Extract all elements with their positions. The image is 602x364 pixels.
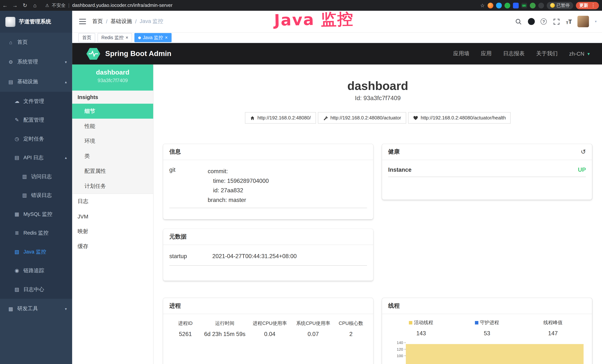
threads-legend: 活动线程 守护进程 线程峰值 143 53 147 <box>388 319 586 336</box>
y-axis: 140 120 100 <box>388 341 406 361</box>
sidebar-item-dev-tools[interactable]: ▩ 研发工具 ▾ <box>0 299 72 319</box>
annotation-java-monitor: Java 监控 <box>274 9 354 31</box>
sidebar-item-infrastructure[interactable]: ▤ 基础设施 ▴ <box>0 72 72 92</box>
metadata-card-title: 元数据 <box>169 233 186 240</box>
sidebar-item-error-log[interactable]: ▥ 错误日志 <box>0 186 72 204</box>
extension-grid-icon[interactable] <box>513 2 519 8</box>
info-card: 信息 git commit: time: 1596289704000 id: 2… <box>163 144 373 219</box>
breadcrumb-home[interactable]: 首页 <box>92 18 103 25</box>
sidebar-item-label: 错误日志 <box>31 192 52 199</box>
sidebar-item-log-center[interactable]: ▨ 日志中心 <box>0 280 72 299</box>
close-icon[interactable]: × <box>165 35 168 40</box>
paused-label: 已暂停 <box>557 2 570 8</box>
sidebar-item-api-log[interactable]: ▤ API 日志 ▴ <box>0 148 72 167</box>
sidebar-item-scheduled-tasks[interactable]: ◷ 定时任务 <box>0 129 72 148</box>
health-url-link[interactable]: http://192.168.0.2:48080/actuator/health <box>408 112 511 124</box>
forward-icon[interactable]: → <box>10 2 20 8</box>
sba-item-metrics[interactable]: 性能 <box>72 119 153 134</box>
document-icon: ▤ <box>14 155 20 161</box>
sidebar-item-mysql-monitor[interactable]: ▦ MySQL 监控 <box>0 205 72 224</box>
sba-header: Spring Boot Admin 应用墙 应用 日志报表 关于我们 zh-CN… <box>72 43 602 64</box>
chevron-down-icon: ▾ <box>65 60 67 64</box>
screenshot-root: ← → ↻ ⌂ ⚠ 不安全 | dashboard.yudao.iocoder.… <box>0 0 602 364</box>
help-icon[interactable]: ? <box>541 18 547 24</box>
sidebar-item-file-management[interactable]: ☁ 文件管理 <box>0 92 72 110</box>
extension-drop-icon[interactable] <box>496 2 502 8</box>
process-card-title: 进程 <box>169 302 181 310</box>
header-actions: ? TT ▾ <box>515 16 597 27</box>
extension-fox-icon[interactable] <box>487 2 493 8</box>
process-table: 进程ID 运行时间 进程CPU使用率 系统CPU使用率 CPU核心数 5261 … <box>169 320 367 337</box>
document-icon: ▥ <box>22 173 28 179</box>
history-icon[interactable]: ↺ <box>581 148 586 155</box>
update-button[interactable]: 更新 ⋮ <box>576 2 599 9</box>
sidebar-item-config-management[interactable]: ✎ 配置管理 <box>0 110 72 129</box>
sba-nav-wallboard[interactable]: 应用墙 <box>453 50 469 57</box>
close-icon[interactable]: × <box>126 35 128 40</box>
service-url-link[interactable]: http://192.168.0.2:48080/ <box>245 112 316 124</box>
sidebar-item-label: 文件管理 <box>23 98 44 105</box>
info-value: commit: time: 1596289704000 id: 27aa832 … <box>208 166 269 205</box>
browser-chrome: ← → ↻ ⌂ ⚠ 不安全 | dashboard.yudao.iocoder.… <box>0 0 602 11</box>
wrench-icon <box>323 115 328 120</box>
search-icon[interactable] <box>515 18 522 25</box>
user-avatar[interactable] <box>578 16 589 27</box>
bookmark-star-icon[interactable]: ☆ <box>480 2 485 8</box>
extension-green-icon[interactable] <box>504 2 510 8</box>
edit-icon: ✎ <box>14 117 20 123</box>
live-threads-area <box>406 344 584 364</box>
threads-card-title: 线程 <box>388 302 400 310</box>
sba-item-details[interactable]: 细节 <box>72 104 153 119</box>
sidebar-item-system[interactable]: ⚙ 系统管理 ▾ <box>0 52 72 72</box>
chrome-menu-icon[interactable]: ⋮ <box>591 3 595 8</box>
home-chrome-icon[interactable]: ⌂ <box>30 2 40 8</box>
sba-nav: 应用墙 应用 日志报表 关于我们 zh-CN ▼ <box>453 50 590 57</box>
extension-dark-icon[interactable] <box>538 2 544 8</box>
language-selector[interactable]: zh-CN ▼ <box>569 51 591 57</box>
sidebar-item-redis-monitor[interactable]: ≣ Redis 监控 <box>0 224 72 242</box>
infrastructure-icon: ▤ <box>8 79 14 85</box>
system-cpu: 0.07 <box>291 331 335 337</box>
fullscreen-icon[interactable] <box>552 18 560 25</box>
instance-links: http://192.168.0.2:48080/ http://192.168… <box>153 112 602 124</box>
app-logo[interactable]: 芋道管理系统 <box>0 11 72 33</box>
tab-java-monitor[interactable]: Java 监控 × <box>134 33 172 42</box>
sba-item-logs[interactable]: 日志 <box>72 194 153 209</box>
collapse-sidebar-icon[interactable] <box>79 19 86 24</box>
sba-item-environment[interactable]: 环境 <box>72 134 153 149</box>
sidebar-item-label: 研发工具 <box>17 305 38 312</box>
tab-home[interactable]: 首页 <box>78 33 95 42</box>
avatar-caret-icon[interactable]: ▾ <box>595 20 597 23</box>
live-threads-value: 143 <box>388 330 454 336</box>
chrome-toolbar-right: ☆ on 已暂停 更新 ⋮ <box>480 0 599 11</box>
sidebar-item-label: 链路追踪 <box>23 267 44 274</box>
sba-nav-journal[interactable]: 日志报表 <box>503 50 525 57</box>
sba-item-classes[interactable]: 类 <box>72 149 153 163</box>
sidebar-item-access-log[interactable]: ▥ 访问日志 <box>0 167 72 186</box>
actuator-url-link[interactable]: http://192.168.0.2:48080/actuator <box>318 112 406 124</box>
address-bar[interactable]: ⚠ 不安全 | dashboard.yudao.iocoder.cn/infra… <box>45 2 172 9</box>
extension-leaf-icon[interactable] <box>530 2 536 8</box>
font-size-icon[interactable]: TT <box>566 18 572 25</box>
sba-item-config-props[interactable]: 配置属性 <box>72 163 153 179</box>
sidebar-item-home[interactable]: ⌂ 首页 <box>0 33 72 52</box>
instance-header[interactable]: dashboard 93a3fc7f7409 <box>72 64 153 91</box>
threads-chart-area <box>406 341 584 361</box>
home-icon: ⌂ <box>8 39 14 45</box>
github-icon[interactable] <box>528 18 535 25</box>
sba-item-scheduled-tasks[interactable]: 计划任务 <box>72 179 153 193</box>
paused-badge[interactable]: 已暂停 <box>547 2 573 9</box>
sba-item-jvm[interactable]: JVM <box>72 209 153 224</box>
sba-nav-about[interactable]: 关于我们 <box>536 50 558 57</box>
tab-redis-monitor[interactable]: Redis 监控 × <box>97 33 132 42</box>
breadcrumb-infrastructure[interactable]: 基础设施 <box>110 18 132 25</box>
sba-nav-applications[interactable]: 应用 <box>481 50 492 57</box>
reload-icon[interactable]: ↻ <box>20 2 30 8</box>
sidebar-item-java-monitor[interactable]: ▧ Java 监控 <box>0 242 72 261</box>
legend-live: 活动线程 <box>388 320 454 326</box>
back-icon[interactable]: ← <box>0 2 10 8</box>
extension-switch-icon[interactable]: on <box>521 2 527 8</box>
sba-item-caches[interactable]: 缓存 <box>72 239 153 254</box>
sidebar-item-tracing[interactable]: ◉ 链路追踪 <box>0 261 72 280</box>
sba-item-mappings[interactable]: 映射 <box>72 224 153 239</box>
